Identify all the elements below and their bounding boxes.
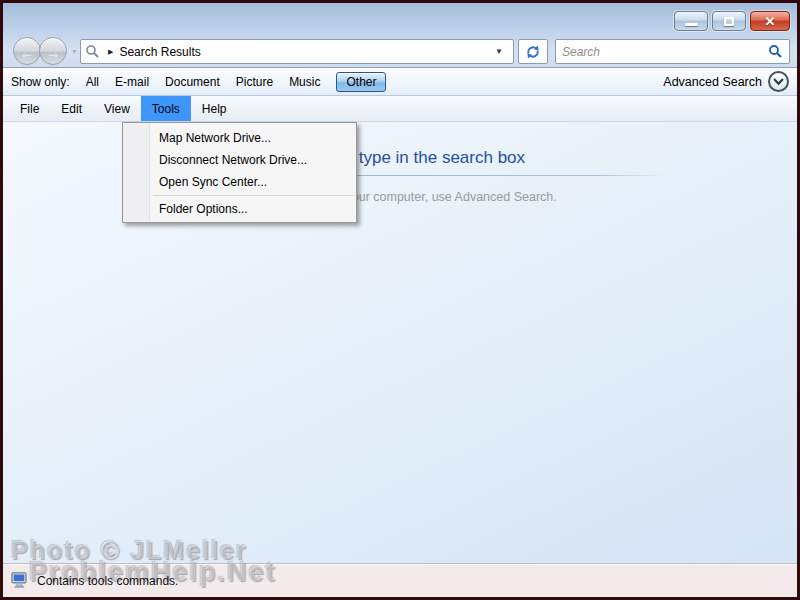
- status-inner: Contains tools commands.: [11, 572, 178, 589]
- search-box: [555, 39, 790, 64]
- search-input[interactable]: [562, 45, 768, 59]
- history-buttons: ← →: [13, 37, 67, 65]
- status-text: Contains tools commands.: [37, 574, 178, 588]
- caption-buttons: ✕: [674, 11, 790, 31]
- refresh-button[interactable]: [518, 39, 548, 64]
- breadcrumb[interactable]: Search Results: [119, 45, 489, 59]
- forward-button[interactable]: →: [39, 37, 67, 65]
- tools-menu: Map Network Drive... Disconnect Network …: [122, 122, 357, 223]
- menu-item-open-sync-center[interactable]: Open Sync Center...: [123, 171, 356, 193]
- status-bar: Contains tools commands.: [3, 563, 797, 597]
- advanced-search-label: Advanced Search: [663, 75, 762, 89]
- menu-bar: File Edit View Tools Help: [3, 96, 797, 122]
- close-icon: ✕: [765, 15, 776, 28]
- back-button[interactable]: ←: [13, 37, 41, 65]
- menu-item-disconnect-network-drive[interactable]: Disconnect Network Drive...: [123, 149, 356, 171]
- refresh-icon: [525, 44, 541, 60]
- advanced-search: Advanced Search: [663, 71, 789, 92]
- filter-item-all[interactable]: All: [86, 75, 99, 89]
- explorer-window: ✕ ← → ▼ ▶ Search Results ▼: [3, 3, 797, 597]
- chevron-down-icon: [772, 75, 785, 88]
- maximize-button[interactable]: [712, 11, 746, 31]
- window-frame: ✕ ← → ▼ ▶ Search Results ▼: [0, 0, 800, 600]
- address-dropdown-button[interactable]: ▼: [489, 47, 509, 56]
- search-location-icon: [85, 44, 100, 59]
- menu-item-map-network-drive[interactable]: Map Network Drive...: [123, 127, 356, 149]
- filter-item-music[interactable]: Music: [289, 75, 320, 89]
- minimize-icon: [685, 23, 698, 26]
- filter-item-document[interactable]: Document: [165, 75, 220, 89]
- minimize-button[interactable]: [674, 11, 708, 31]
- filter-item-other[interactable]: Other: [336, 72, 386, 92]
- advanced-search-button[interactable]: [768, 71, 789, 92]
- recent-pages-button[interactable]: ▼: [71, 48, 78, 55]
- filter-bar: Show only: All E-mail Document Picture M…: [3, 68, 797, 96]
- menu-item-tools[interactable]: Tools: [141, 96, 191, 121]
- menu-separator: [153, 195, 354, 196]
- menu-item-edit[interactable]: Edit: [50, 96, 93, 121]
- menu-item-folder-options[interactable]: Folder Options...: [123, 198, 356, 220]
- filter-items: All E-mail Document Picture Music Other: [86, 72, 387, 92]
- filter-label: Show only:: [11, 75, 70, 89]
- close-button[interactable]: ✕: [750, 11, 790, 31]
- filter-item-picture[interactable]: Picture: [236, 75, 273, 89]
- menu-item-help[interactable]: Help: [191, 96, 238, 121]
- maximize-icon: [724, 17, 734, 26]
- breadcrumb-arrow-icon[interactable]: ▶: [108, 48, 113, 56]
- menu-item-view[interactable]: View: [93, 96, 141, 121]
- address-bar[interactable]: ▶ Search Results ▼: [80, 39, 514, 64]
- computer-icon: [11, 572, 30, 589]
- menu-item-file[interactable]: File: [9, 96, 50, 121]
- title-bar: ✕ ← → ▼ ▶ Search Results ▼: [3, 3, 797, 68]
- search-icon[interactable]: [768, 44, 783, 59]
- filter-item-email[interactable]: E-mail: [115, 75, 149, 89]
- forward-icon: →: [46, 44, 61, 59]
- back-icon: ←: [20, 44, 35, 59]
